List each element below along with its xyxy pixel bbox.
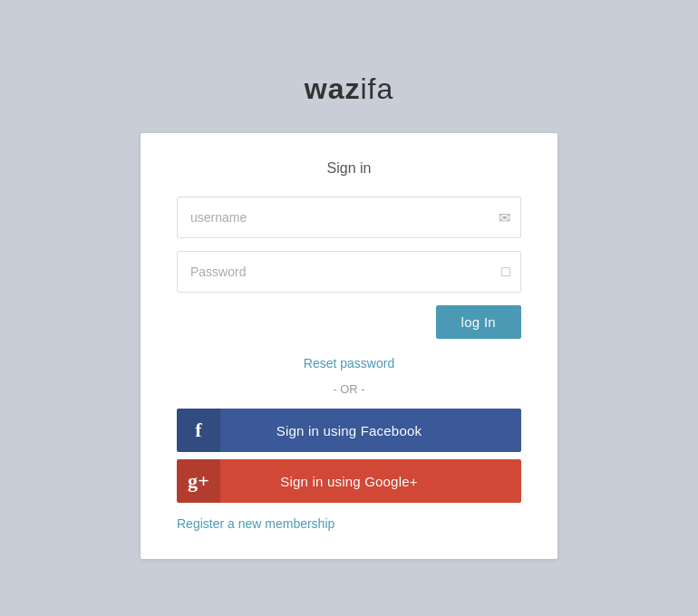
facebook-icon: f [177, 409, 220, 452]
sign-in-title: Sign in [177, 160, 521, 177]
password-input[interactable] [177, 251, 521, 293]
facebook-login-button[interactable]: f Sign in using Facebook [177, 409, 521, 452]
googleplus-icon: g+ [177, 459, 220, 503]
login-btn-row: log In [177, 305, 521, 339]
googleplus-login-button[interactable]: g+ Sign in using Google+ [177, 459, 521, 503]
reset-password-row: Reset password [177, 355, 521, 371]
login-card: Sign in ✉ □ log In Reset password - OR -… [141, 133, 557, 559]
googleplus-label: Sign in using Google+ [220, 474, 521, 489]
password-group: □ [177, 251, 521, 293]
facebook-label: Sign in using Facebook [220, 423, 521, 438]
username-group: ✉ [177, 197, 521, 238]
register-link[interactable]: Register a new membership [177, 516, 334, 531]
username-input[interactable] [177, 197, 521, 238]
logo-bold: waz [305, 72, 361, 105]
or-divider: - OR - [177, 382, 521, 396]
register-link-row: Register a new membership [177, 515, 521, 532]
login-button[interactable]: log In [436, 305, 522, 339]
logo: wazifa [305, 72, 393, 106]
logo-light: ifa [360, 72, 393, 105]
reset-password-link[interactable]: Reset password [304, 356, 394, 371]
